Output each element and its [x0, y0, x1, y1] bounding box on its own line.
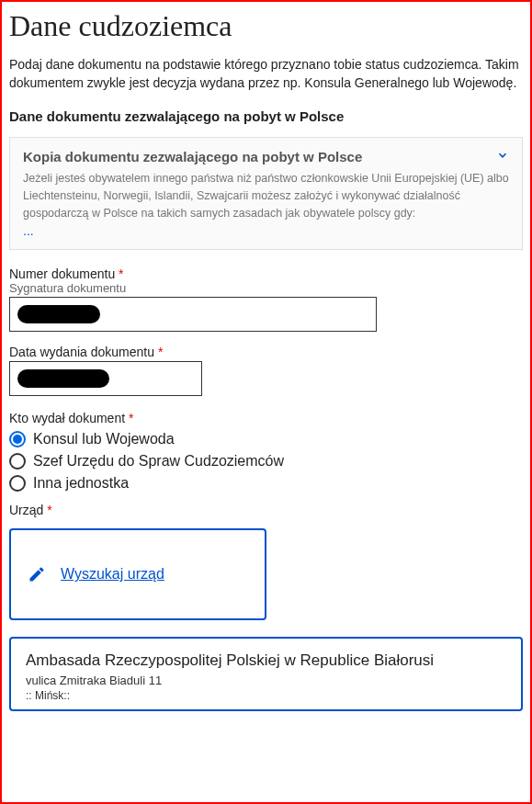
doc-number-hint: Sygnatura dokumentu — [9, 281, 523, 295]
issuer-label: Kto wydał dokument * — [9, 411, 523, 425]
search-office-button[interactable]: Wyszukaj urząd — [9, 528, 266, 620]
accordion-title: Kopia dokumentu zezwalającego na pobyt w… — [23, 149, 362, 164]
accordion-document-copy[interactable]: Kopia dokumentu zezwalającego na pobyt w… — [9, 137, 523, 250]
office-label: Urząd * — [9, 503, 523, 517]
doc-number-label: Numer dokumentu * — [9, 266, 523, 281]
radio-option-szef[interactable]: Szef Urzędu do Spraw Cudzoziemców — [9, 453, 523, 470]
page-title: Dane cudzoziemca — [9, 9, 523, 43]
radio-icon — [9, 431, 26, 447]
radio-label: Konsul lub Wojewoda — [33, 431, 175, 447]
section-heading: Dane dokumentu zezwalającego na pobyt w … — [9, 108, 523, 124]
doc-date-label: Data wydania dokumentu * — [9, 345, 523, 359]
radio-option-konsul[interactable]: Konsul lub Wojewoda — [9, 431, 523, 447]
doc-number-input[interactable] — [9, 297, 377, 332]
radio-icon — [9, 453, 26, 470]
doc-date-input[interactable] — [9, 361, 202, 396]
radio-option-inna[interactable]: Inna jednostka — [9, 475, 523, 492]
redacted-value — [17, 369, 109, 388]
intro-text: Podaj dane dokumentu na podstawie któreg… — [9, 56, 523, 92]
chevron-down-icon — [496, 149, 509, 165]
issuer-radio-group: Konsul lub Wojewoda Szef Urzędu do Spraw… — [9, 431, 523, 492]
office-name: Ambasada Rzeczypospolitej Polskiej w Rep… — [26, 651, 506, 670]
office-address: vulica Zmitraka Biaduli 11 — [26, 674, 506, 687]
radio-label: Inna jednostka — [33, 475, 129, 492]
accordion-more-link[interactable]: ... — [23, 223, 509, 238]
accordion-header[interactable]: Kopia dokumentu zezwalającego na pobyt w… — [23, 149, 509, 170]
office-city: :: Mińsk:: — [26, 689, 506, 702]
selected-office-card[interactable]: Ambasada Rzeczypospolitej Polskiej w Rep… — [9, 637, 523, 711]
radio-label: Szef Urzędu do Spraw Cudzoziemców — [33, 453, 284, 470]
edit-icon — [28, 565, 46, 583]
search-office-label: Wyszukaj urząd — [61, 566, 164, 583]
radio-icon — [9, 475, 26, 492]
redacted-value — [17, 305, 100, 323]
accordion-body: Jeżeli jesteś obywatelem innego państwa … — [23, 170, 509, 221]
